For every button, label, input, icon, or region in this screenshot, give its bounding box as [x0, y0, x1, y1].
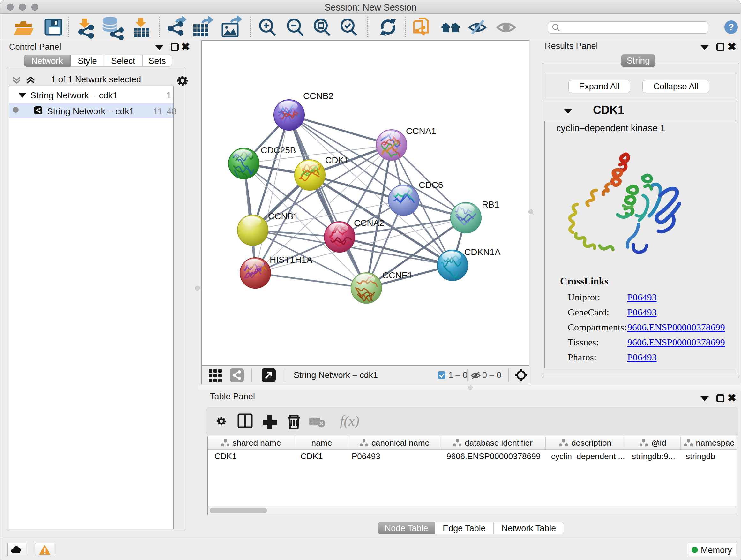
svg-text:CDC6: CDC6: [419, 180, 443, 190]
svg-text:CCNB1: CCNB1: [268, 211, 298, 221]
svg-text:CCNA2: CCNA2: [354, 218, 384, 228]
svg-text:String Network – cdk1: String Network – cdk1: [293, 370, 378, 380]
svg-text:f(x): f(x): [340, 413, 359, 429]
svg-text:CDK1: CDK1: [325, 155, 349, 165]
svg-text:CCNE1: CCNE1: [382, 270, 413, 280]
svg-text:CDC25B: CDC25B: [261, 145, 296, 155]
svg-text:HIST1H1A: HIST1H1A: [270, 255, 313, 265]
svg-text:CCNB2: CCNB2: [303, 91, 333, 101]
svg-text:1 – 0: 1 – 0: [448, 370, 468, 380]
svg-text:CCNA1: CCNA1: [406, 126, 436, 136]
svg-text:0 – 0: 0 – 0: [482, 370, 501, 380]
svg-text:CDKN1A: CDKN1A: [464, 247, 501, 257]
svg-text:?: ?: [728, 22, 734, 32]
svg-text:RB1: RB1: [482, 199, 499, 209]
